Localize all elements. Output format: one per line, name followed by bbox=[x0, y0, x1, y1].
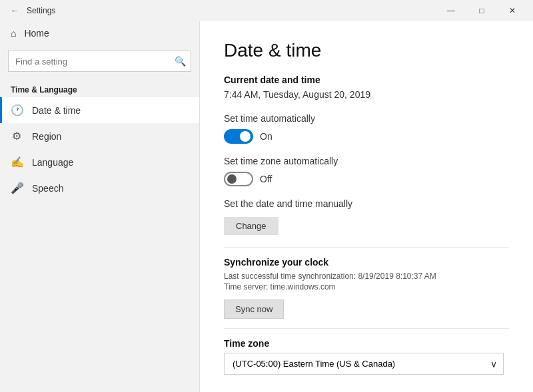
set-timezone-auto-row: Set time zone automatically Off bbox=[224, 156, 509, 186]
timezone-select-wrapper: (UTC-12:00) International Date Line West… bbox=[224, 353, 504, 375]
sidebar-item-region-label: Region bbox=[32, 131, 61, 142]
clock-icon: 🕐 bbox=[11, 104, 23, 116]
set-timezone-auto-label: Set time zone automatically bbox=[224, 156, 509, 166]
sidebar-section-title: Time & Language bbox=[0, 77, 199, 97]
search-icon: 🔍 bbox=[175, 56, 186, 67]
sidebar-item-speech[interactable]: 🎤 Speech bbox=[0, 175, 199, 201]
current-date-heading: Current date and time bbox=[224, 75, 509, 85]
sidebar-item-language-label: Language bbox=[32, 157, 73, 168]
content-area: Date & time Current date and time 7:44 A… bbox=[200, 21, 533, 392]
set-time-auto-label: Set time automatically bbox=[224, 113, 509, 124]
set-manual-row: Set the date and time manually Change bbox=[224, 198, 509, 235]
timezone-label: Time zone bbox=[224, 338, 509, 349]
titlebar: ← Settings — □ ✕ bbox=[0, 0, 533, 21]
timezone-select[interactable]: (UTC-12:00) International Date Line West… bbox=[224, 353, 504, 375]
set-timezone-auto-toggle[interactable] bbox=[224, 172, 253, 186]
window-controls: — □ ✕ bbox=[436, 0, 528, 21]
minimize-button[interactable]: — bbox=[436, 0, 466, 21]
change-button[interactable]: Change bbox=[224, 217, 278, 235]
region-icon: ⚙ bbox=[11, 130, 23, 142]
sync-heading: Synchronize your clock bbox=[224, 257, 509, 268]
sidebar-item-region[interactable]: ⚙ Region bbox=[0, 123, 199, 149]
speech-icon: 🎤 bbox=[11, 182, 23, 194]
close-button[interactable]: ✕ bbox=[497, 0, 528, 21]
sync-info-1: Last successful time synchronization: 8/… bbox=[224, 272, 509, 281]
set-timezone-auto-toggle-row: Off bbox=[224, 172, 509, 186]
sidebar-item-home[interactable]: ⌂ Home bbox=[0, 21, 199, 45]
page-title: Date & time bbox=[224, 40, 509, 61]
sidebar-item-date-time-label: Date & time bbox=[32, 105, 81, 116]
maximize-button[interactable]: □ bbox=[466, 0, 497, 21]
current-datetime: 7:44 AM, Tuesday, August 20, 2019 bbox=[224, 89, 509, 100]
set-time-auto-toggle-row: On bbox=[224, 129, 509, 144]
home-icon: ⌂ bbox=[11, 28, 16, 39]
sidebar-item-speech-label: Speech bbox=[32, 183, 63, 194]
app-body: ⌂ Home 🔍 Time & Language 🕐 Date & time ⚙… bbox=[0, 21, 533, 392]
timezone-row: Time zone (UTC-12:00) International Date… bbox=[224, 338, 509, 375]
set-time-auto-row: Set time automatically On bbox=[224, 113, 509, 144]
toggle-knob-time-auto bbox=[240, 131, 251, 142]
sync-now-button[interactable]: Sync now bbox=[224, 299, 284, 319]
back-button[interactable]: ← bbox=[5, 1, 24, 20]
set-timezone-auto-state: Off bbox=[260, 174, 272, 184]
app-title: Settings bbox=[27, 6, 436, 15]
search-box: 🔍 bbox=[8, 51, 191, 72]
sidebar-item-language[interactable]: ✍ Language bbox=[0, 149, 199, 175]
divider-2 bbox=[224, 328, 509, 329]
sync-info-2: Time server: time.windows.com bbox=[224, 282, 509, 292]
search-input[interactable] bbox=[8, 51, 191, 72]
sync-section: Synchronize your clock Last successful t… bbox=[224, 257, 509, 319]
set-time-auto-toggle[interactable] bbox=[224, 129, 253, 144]
sidebar: ⌂ Home 🔍 Time & Language 🕐 Date & time ⚙… bbox=[0, 21, 200, 392]
divider-1 bbox=[224, 247, 509, 248]
sidebar-home-label: Home bbox=[24, 28, 49, 39]
language-icon: ✍ bbox=[11, 156, 23, 168]
sidebar-item-date-time[interactable]: 🕐 Date & time bbox=[0, 97, 199, 123]
toggle-knob-timezone-auto bbox=[227, 174, 237, 184]
set-time-auto-state: On bbox=[260, 131, 272, 142]
set-manual-label: Set the date and time manually bbox=[224, 198, 509, 209]
